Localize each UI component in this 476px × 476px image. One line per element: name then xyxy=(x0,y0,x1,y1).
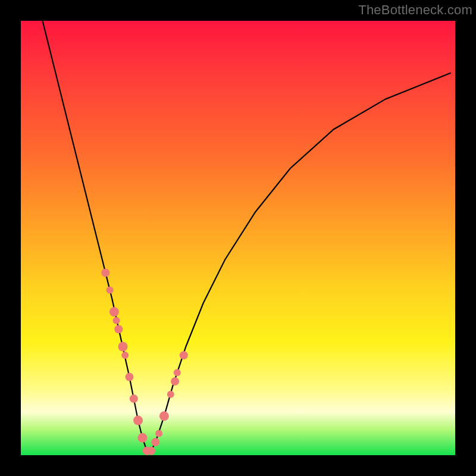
highlighted-points-group xyxy=(101,268,187,455)
highlighted-point xyxy=(114,325,123,333)
highlighted-point xyxy=(133,416,143,425)
highlighted-point xyxy=(155,430,162,437)
highlighted-point xyxy=(147,447,155,455)
highlighted-point xyxy=(126,373,134,381)
highlighted-point xyxy=(101,268,109,277)
highlighted-point xyxy=(109,307,119,317)
highlighted-point xyxy=(107,287,114,294)
highlighted-point xyxy=(159,411,169,421)
chart-svg xyxy=(21,21,455,455)
highlighted-point xyxy=(113,317,120,324)
highlighted-point xyxy=(180,351,188,359)
watermark-text: TheBottleneck.com xyxy=(358,2,472,18)
highlighted-point xyxy=(121,352,129,359)
chart-frame: TheBottleneck.com xyxy=(0,0,476,476)
highlighted-point xyxy=(171,377,179,386)
highlighted-point xyxy=(130,394,138,403)
plot-area xyxy=(21,21,455,455)
highlighted-point xyxy=(137,433,147,443)
highlighted-point xyxy=(174,369,181,376)
highlighted-point xyxy=(151,438,159,446)
highlighted-point xyxy=(118,342,128,352)
highlighted-point xyxy=(167,391,174,398)
bottleneck-curve xyxy=(43,21,451,451)
